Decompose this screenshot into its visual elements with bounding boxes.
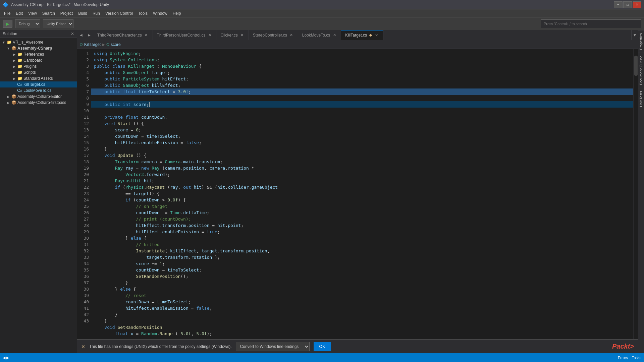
play-icon: ▶ bbox=[6, 21, 9, 26]
sidebar-item-assembly-firstpass[interactable]: ▶ 📦 Assembly-CSharp-firstpass bbox=[0, 100, 77, 106]
app-icon: 🔷 bbox=[3, 2, 8, 7]
breadcrumb-score[interactable]: score bbox=[111, 42, 120, 47]
debug-select[interactable]: Debug Release bbox=[15, 19, 40, 28]
sidebar-item-plugins[interactable]: ▶ 📁 Plugins bbox=[0, 63, 77, 69]
arrow-icon: ▶ bbox=[12, 59, 17, 62]
tab-label: Clicker.cs bbox=[220, 33, 237, 38]
unity-editor-select[interactable]: Unity Editor bbox=[43, 19, 73, 28]
menu-version-control[interactable]: Version Control bbox=[103, 10, 136, 16]
scrollbar-thumb[interactable] bbox=[634, 56, 638, 76]
sidebar-tree: ▼ 📁 VR_is_Awesome ▼ 📦 Assembly-CSharp ▶ … bbox=[0, 38, 77, 353]
tabs-dropdown-button[interactable]: ▼ bbox=[631, 30, 638, 40]
vertical-scrollbar[interactable] bbox=[633, 49, 638, 339]
menu-view[interactable]: View bbox=[25, 10, 40, 16]
cs-file-icon: C# bbox=[17, 82, 23, 87]
folder-icon: 📁 bbox=[17, 52, 23, 57]
sidebar-standard-assets-label: Standard Assets bbox=[23, 76, 53, 81]
tab-modified-icon: ● bbox=[369, 33, 372, 38]
sidebar-item-killtarget[interactable]: C# KillTarget.cs bbox=[0, 81, 77, 87]
panel-document-outline[interactable]: Document Outline bbox=[638, 53, 644, 88]
sidebar-item-assembly-editor[interactable]: ▶ 📦 Assembly-CSharp-Editor bbox=[0, 94, 77, 100]
sidebar-header: Solution ✕ bbox=[0, 30, 77, 38]
sidebar-assembly-firstpass-label: Assembly-CSharp-firstpass bbox=[17, 100, 66, 105]
panel-unit-tests[interactable]: Unit Tests bbox=[638, 88, 644, 110]
menu-search[interactable]: Search bbox=[40, 10, 58, 16]
errors-label[interactable]: Errors bbox=[618, 356, 628, 360]
tab-close-icon[interactable]: ✕ bbox=[374, 33, 379, 38]
minimize-button[interactable]: − bbox=[614, 1, 623, 8]
sidebar-close-icon[interactable]: ✕ bbox=[71, 32, 74, 36]
sidebar-item-cardboard[interactable]: ▶ 📁 Cardboard bbox=[0, 57, 77, 63]
cs-file-icon: C# bbox=[17, 88, 23, 93]
breadcrumb-sep: ▶ bbox=[102, 42, 105, 47]
sidebar-assembly-label: Assembly-CSharp bbox=[17, 46, 52, 51]
tab-thirdpersonusercontrol[interactable]: ThirdPersonUserControl.cs ✕ bbox=[153, 30, 217, 40]
tab-stereocontroller[interactable]: StereoController.cs ✕ bbox=[249, 30, 298, 40]
menu-window[interactable]: Window bbox=[150, 10, 170, 16]
maximize-button[interactable]: □ bbox=[623, 1, 632, 8]
line-endings-select[interactable]: Convert to Windows line endings Keep UNI… bbox=[236, 342, 310, 351]
code-editor[interactable]: 12345 678910 1112131415 1617181920 21222… bbox=[77, 49, 638, 339]
sidebar-item-solution[interactable]: ▼ 📁 VR_is_Awesome bbox=[0, 39, 77, 45]
solution-icon: 📁 bbox=[6, 40, 12, 45]
sidebar-item-scripts[interactable]: ▶ 📁 Scripts bbox=[0, 69, 77, 75]
tab-label: LookMoveTo.cs bbox=[302, 33, 330, 38]
sidebar-plugins-label: Plugins bbox=[23, 64, 37, 69]
project-icon: 📦 bbox=[11, 46, 17, 51]
search-input[interactable] bbox=[541, 19, 641, 28]
tab-lookmoveto[interactable]: LookMoveTo.cs ✕ bbox=[298, 30, 341, 40]
sidebar-assembly-editor-label: Assembly-CSharp-Editor bbox=[17, 94, 62, 99]
arrow-icon: ▼ bbox=[1, 41, 6, 44]
packt-logo: Packt> bbox=[612, 343, 634, 350]
folder-icon: 📁 bbox=[17, 58, 23, 63]
breadcrumb: ⬡ KillTarget ▶ ⬡ score bbox=[77, 40, 638, 49]
sidebar-vr-label: VR_is_Awesome bbox=[13, 40, 43, 45]
sidebar-item-references[interactable]: ▶ 📁 References bbox=[0, 51, 77, 57]
sidebar-item-standard-assets[interactable]: ▶ 📁 Standard Assets bbox=[0, 75, 77, 81]
sidebar-killtarget-label: KillTarget.cs bbox=[23, 82, 45, 87]
tabs-prev-arrow[interactable]: ◀ bbox=[77, 30, 85, 40]
main-layout: Solution ✕ ▼ 📁 VR_is_Awesome ▼ 📦 Assembl… bbox=[0, 30, 644, 353]
tab-close-icon[interactable]: ✕ bbox=[144, 33, 149, 38]
sidebar-item-assembly[interactable]: ▼ 📦 Assembly-CSharp bbox=[0, 45, 77, 51]
tab-clicker[interactable]: Clicker.cs ✕ bbox=[216, 30, 249, 40]
menu-build[interactable]: Build bbox=[75, 10, 90, 16]
menu-tools[interactable]: Tools bbox=[136, 10, 150, 16]
tab-label: KillTarget.cs bbox=[345, 33, 367, 38]
sidebar-scripts-label: Scripts bbox=[23, 70, 36, 75]
code-content[interactable]: using UnityEngine; using System.Collecti… bbox=[91, 49, 638, 339]
sidebar-item-lookmoveto[interactable]: C# LookMoveTo.cs bbox=[0, 87, 77, 94]
toolbar: ▶ Debug Release Unity Editor bbox=[0, 17, 644, 30]
tabs-next-arrow[interactable]: ▶ bbox=[85, 30, 93, 40]
line-endings-message: This file has line endings (UNIX) which … bbox=[89, 344, 232, 349]
panel-properties[interactable]: Properties bbox=[638, 30, 644, 53]
ok-button[interactable]: OK bbox=[314, 342, 331, 351]
tab-label: StereoController.cs bbox=[253, 33, 287, 38]
editor-area: ◀ ▶ ThirdPersonCharacter.cs ✕ ThirdPerso… bbox=[77, 30, 638, 353]
sidebar-cardboard-label: Cardboard bbox=[23, 58, 43, 63]
breadcrumb-killtarget[interactable]: KillTarget bbox=[84, 42, 101, 47]
tab-killtarget[interactable]: KillTarget.cs ● ✕ bbox=[341, 30, 383, 40]
line-numbers: 12345 678910 1112131415 1617181920 21222… bbox=[77, 49, 91, 339]
killtarget-bc-icon: ⬡ bbox=[80, 43, 83, 46]
tab-close-icon[interactable]: ✕ bbox=[289, 33, 294, 38]
close-button[interactable]: ✕ bbox=[633, 1, 641, 8]
titlebar: 🔷 Assembly-CSharp - KillTarget.cs* | Mon… bbox=[0, 0, 644, 9]
menu-help[interactable]: Help bbox=[170, 10, 184, 16]
project-icon: 📦 bbox=[11, 100, 17, 105]
tab-thirdpersoncharacter[interactable]: ThirdPersonCharacter.cs ✕ bbox=[93, 30, 153, 40]
menu-project[interactable]: Project bbox=[58, 10, 75, 16]
tab-close-icon[interactable]: ✕ bbox=[207, 33, 212, 38]
menu-run[interactable]: Run bbox=[90, 10, 103, 16]
arrow-icon: ▶ bbox=[6, 95, 11, 99]
tab-close-icon[interactable]: ✕ bbox=[240, 33, 245, 38]
menu-file[interactable]: File bbox=[1, 10, 13, 16]
tasks-label[interactable]: Tasks bbox=[632, 356, 641, 360]
menu-edit[interactable]: Edit bbox=[13, 10, 25, 16]
arrow-icon: ▶ bbox=[12, 71, 17, 74]
statusbar-left: ◀ ▶ bbox=[3, 356, 9, 360]
warning-icon: ✕ bbox=[81, 344, 85, 349]
tab-close-icon[interactable]: ✕ bbox=[332, 33, 337, 38]
arrow-icon: ▶ bbox=[12, 77, 17, 80]
play-button[interactable]: ▶ bbox=[3, 20, 12, 28]
